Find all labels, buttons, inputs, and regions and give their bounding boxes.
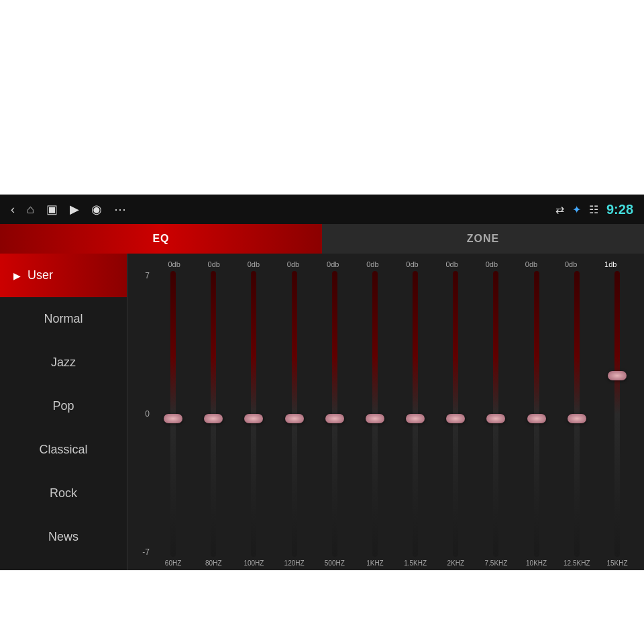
sidebar-item-rock[interactable]: Rock xyxy=(0,472,127,515)
slider-col-15KHZ[interactable] xyxy=(597,271,637,557)
slider-thumb-15KHZ[interactable] xyxy=(608,371,627,380)
freq-label-80HZ: 80HZ xyxy=(193,559,233,567)
slider-thumb-500HZ[interactable] xyxy=(325,414,344,423)
slider-thumb-125KHZ[interactable] xyxy=(568,414,586,423)
status-bar-left: ‹ ⌂ ▣ ▶ ◉ ⋯ xyxy=(11,202,126,217)
eq-scale: 7 0 -7 xyxy=(134,271,153,557)
cast-icon: ⇄ xyxy=(555,203,564,216)
slider-col-80HZ[interactable] xyxy=(193,271,233,557)
recents-icon[interactable]: ▣ xyxy=(46,202,58,217)
freq-label-10KHZ: 10KHZ xyxy=(517,559,557,567)
slider-thumb-60HZ[interactable] xyxy=(164,414,182,423)
tab-eq[interactable]: EQ xyxy=(0,224,322,254)
slider-track-120HZ[interactable] xyxy=(292,271,297,557)
freq-label-75KHZ: 7.5KHZ xyxy=(476,559,516,567)
freq-label-120HZ: 120HZ xyxy=(274,559,315,567)
db-label-60HZ: 0db xyxy=(156,260,193,268)
freq-label-15KHZ: 15KHZ xyxy=(597,559,637,567)
slider-track-100HZ[interactable] xyxy=(251,271,256,557)
db-label-80HZ: 0db xyxy=(195,260,233,268)
freq-label-500HZ: 500HZ xyxy=(315,559,355,567)
more-icon[interactable]: ⋯ xyxy=(114,202,126,217)
slider-track-2KHZ[interactable] xyxy=(453,271,458,557)
slider-col-1KHZ[interactable] xyxy=(355,271,395,557)
freq-label-15KHZ: 1.5KHZ xyxy=(395,559,435,567)
db-label-500HZ: 0db xyxy=(314,260,352,268)
slider-track-15KHZ[interactable] xyxy=(413,271,418,557)
main-content: ▶ User Normal Jazz Pop Classical Rock xyxy=(0,254,644,570)
back-icon[interactable]: ‹ xyxy=(11,203,15,217)
sidebar-item-pop[interactable]: Pop xyxy=(0,384,127,428)
slider-track-80HZ[interactable] xyxy=(211,271,216,557)
bluetooth-icon: ✦ xyxy=(572,203,581,216)
eq-freq-labels: 60HZ80HZ100HZ120HZ500HZ1KHZ1.5KHZ2KHZ7.5… xyxy=(134,557,637,567)
db-label-125KHZ: 0db xyxy=(552,260,590,268)
db-label-120HZ: 0db xyxy=(274,260,312,268)
slider-thumb-120HZ[interactable] xyxy=(285,414,304,423)
slider-thumb-10KHZ[interactable] xyxy=(527,414,546,423)
outer-wrapper: ‹ ⌂ ▣ ▶ ◉ ⋯ ⇄ ✦ ☷ 9:28 EQ ZONE xyxy=(0,0,644,644)
slider-track-1KHZ[interactable] xyxy=(372,271,378,557)
eq-area: 0db0db0db0db0db0db0db0db0db0db0db1db 7 0… xyxy=(127,254,644,570)
slider-col-100HZ[interactable] xyxy=(233,271,274,557)
freq-label-60HZ: 60HZ xyxy=(153,559,193,567)
slider-track-500HZ[interactable] xyxy=(332,271,337,557)
slider-track-125KHZ[interactable] xyxy=(574,271,580,557)
status-bar-right: ⇄ ✦ ☷ 9:28 xyxy=(555,202,633,217)
slider-col-2KHZ[interactable] xyxy=(435,271,476,557)
scale-top: 7 xyxy=(134,271,153,280)
status-bar: ‹ ⌂ ▣ ▶ ◉ ⋯ ⇄ ✦ ☷ 9:28 xyxy=(0,195,644,224)
slider-col-60HZ[interactable] xyxy=(153,271,193,557)
freq-label-100HZ: 100HZ xyxy=(233,559,274,567)
sidebar: ▶ User Normal Jazz Pop Classical Rock xyxy=(0,254,127,570)
sidebar-item-classical[interactable]: Classical xyxy=(0,428,127,472)
time-display: 9:28 xyxy=(606,202,633,217)
slider-thumb-80HZ[interactable] xyxy=(204,414,223,423)
scale-bottom: -7 xyxy=(134,547,153,557)
device-screen: ‹ ⌂ ▣ ▶ ◉ ⋯ ⇄ ✦ ☷ 9:28 EQ ZONE xyxy=(0,195,644,570)
home-icon[interactable]: ⌂ xyxy=(27,203,34,217)
sidebar-item-news[interactable]: News xyxy=(0,515,127,559)
slider-thumb-75KHZ[interactable] xyxy=(486,414,505,423)
eq-db-labels: 0db0db0db0db0db0db0db0db0db0db0db1db xyxy=(134,260,637,268)
sidebar-item-normal[interactable]: Normal xyxy=(0,297,127,341)
slider-track-75KHZ[interactable] xyxy=(493,271,498,557)
freq-label-1KHZ: 1KHZ xyxy=(355,559,395,567)
basket-icon[interactable]: ◉ xyxy=(91,202,102,217)
slider-track-60HZ[interactable] xyxy=(170,271,176,557)
slider-track-10KHZ[interactable] xyxy=(534,271,539,557)
slider-track-15KHZ[interactable] xyxy=(614,271,620,557)
camera-icon[interactable]: ▶ xyxy=(70,202,79,217)
slider-col-120HZ[interactable] xyxy=(274,271,315,557)
sliders-container xyxy=(153,271,637,557)
slider-col-15KHZ[interactable] xyxy=(395,271,435,557)
db-label-2KHZ: 0db xyxy=(433,260,471,268)
db-label-10KHZ: 0db xyxy=(513,260,550,268)
slider-thumb-1KHZ[interactable] xyxy=(366,414,384,423)
db-label-100HZ: 0db xyxy=(235,260,272,268)
scale-mid: 0 xyxy=(134,409,153,419)
slider-col-10KHZ[interactable] xyxy=(517,271,557,557)
eq-sliders-wrapper: 7 0 -7 xyxy=(134,271,637,557)
slider-thumb-100HZ[interactable] xyxy=(244,414,263,423)
slider-col-500HZ[interactable] xyxy=(315,271,355,557)
db-label-75KHZ: 0db xyxy=(473,260,511,268)
slider-thumb-2KHZ[interactable] xyxy=(446,414,465,423)
tab-zone[interactable]: ZONE xyxy=(322,224,644,254)
sidebar-item-user[interactable]: ▶ User xyxy=(0,254,127,297)
freq-label-125KHZ: 12.5KHZ xyxy=(557,559,597,567)
sidebar-item-jazz[interactable]: Jazz xyxy=(0,341,127,384)
slider-col-75KHZ[interactable] xyxy=(476,271,516,557)
tab-bar: EQ ZONE xyxy=(0,224,644,254)
freq-label-2KHZ: 2KHZ xyxy=(435,559,476,567)
slider-thumb-15KHZ[interactable] xyxy=(406,414,425,423)
db-label-15KHZ: 1db xyxy=(592,260,629,268)
play-icon: ▶ xyxy=(13,270,21,281)
db-label-15KHZ: 0db xyxy=(394,260,431,268)
wifi-icon: ☷ xyxy=(589,203,598,216)
slider-col-125KHZ[interactable] xyxy=(557,271,597,557)
db-label-1KHZ: 0db xyxy=(354,260,391,268)
